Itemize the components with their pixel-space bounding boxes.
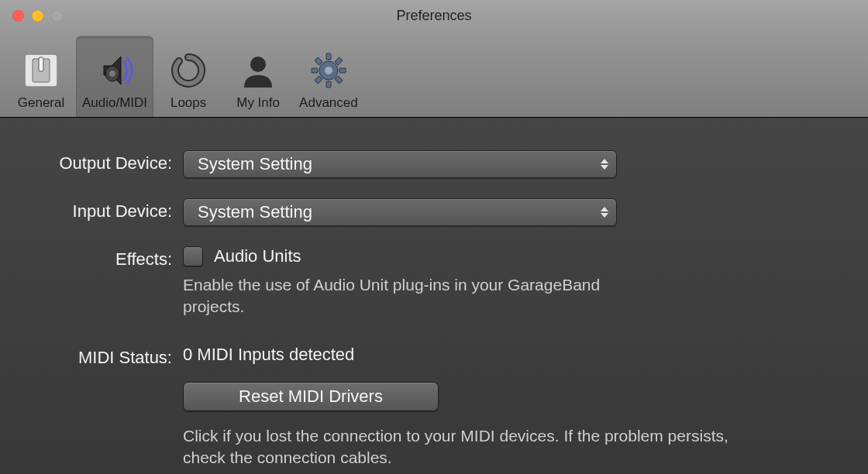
window-title: Preferences (0, 8, 868, 24)
input-device-select[interactable]: System Setting (183, 198, 617, 226)
tab-audio-midi[interactable]: Audio/MIDI (76, 36, 153, 117)
output-device-label: Output Device: (37, 150, 183, 173)
loop-icon (168, 50, 208, 91)
svg-rect-9 (312, 68, 318, 73)
tab-loops[interactable]: Loops (153, 36, 223, 117)
svg-rect-8 (326, 81, 331, 88)
input-device-label: Input Device: (37, 198, 183, 222)
row-effects: Effects: Audio Units (37, 246, 831, 270)
row-input-device: Input Device: System Setting (37, 198, 831, 226)
tab-general[interactable]: General (6, 36, 76, 117)
svg-rect-14 (315, 76, 322, 84)
row-effects-help: Enable the use of Audio Unit plug-ins in… (37, 274, 831, 318)
person-icon (238, 50, 278, 91)
traffic-lights (12, 10, 63, 22)
chevron-up-down-icon (601, 159, 608, 170)
titlebar: Preferences (0, 0, 868, 31)
tab-label: My Info (236, 95, 280, 111)
input-device-value: System Setting (198, 202, 312, 222)
switch-icon (21, 50, 61, 91)
svg-point-15 (325, 67, 332, 74)
effects-label: Effects: (37, 246, 183, 270)
speaker-icon (95, 50, 135, 91)
audio-units-checkbox[interactable] (183, 246, 203, 266)
reset-midi-drivers-button[interactable]: Reset MIDI Drivers (183, 382, 439, 411)
output-device-select[interactable]: System Setting (183, 150, 617, 178)
row-midi-status: MIDI Status: 0 MIDI Inputs detected (37, 345, 831, 368)
svg-point-4 (109, 70, 115, 77)
tab-advanced[interactable]: Advanced (293, 36, 364, 117)
effects-help-text: Enable the use of Audio Unit plug-ins in… (183, 274, 648, 318)
audio-units-label: Audio Units (214, 246, 301, 266)
svg-rect-10 (339, 68, 346, 73)
svg-rect-11 (315, 57, 322, 65)
gear-icon (308, 50, 349, 91)
tab-label: Loops (170, 95, 206, 111)
output-device-value: System Setting (198, 154, 312, 174)
row-output-device: Output Device: System Setting (37, 150, 831, 178)
chevron-up-down-icon (601, 207, 608, 218)
close-button[interactable] (12, 10, 24, 22)
zoom-button[interactable] (51, 10, 63, 22)
midi-status-value: 0 MIDI Inputs detected (183, 345, 648, 365)
svg-rect-2 (39, 57, 43, 71)
tab-label: Audio/MIDI (82, 95, 147, 111)
preferences-content: Output Device: System Setting Input Devi… (0, 118, 868, 474)
svg-rect-12 (335, 76, 343, 84)
row-midi-help: Click if you lost the connection to your… (37, 425, 831, 469)
midi-status-label: MIDI Status: (37, 345, 183, 368)
tab-label: General (18, 95, 64, 111)
svg-point-5 (250, 57, 266, 72)
svg-rect-13 (335, 57, 343, 65)
row-midi-button: Reset MIDI Drivers (37, 382, 831, 411)
minimize-button[interactable] (32, 10, 43, 22)
reset-midi-drivers-label: Reset MIDI Drivers (239, 386, 383, 407)
tab-label: Advanced (299, 95, 358, 111)
svg-rect-7 (326, 53, 331, 60)
tab-my-info[interactable]: My Info (223, 36, 293, 117)
midi-help-text: Click if you lost the connection to your… (183, 425, 772, 469)
toolbar: General Audio/MIDI Loops (0, 31, 868, 118)
